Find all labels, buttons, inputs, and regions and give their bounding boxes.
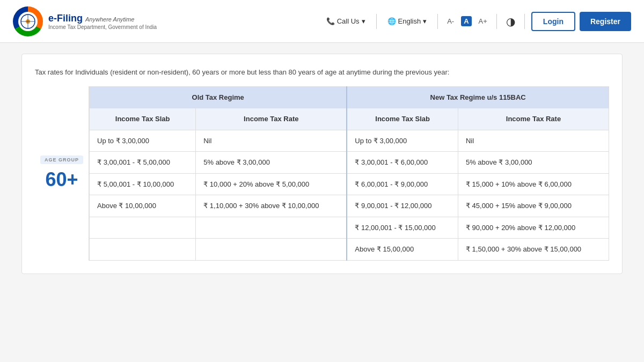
old-rate-cell: 5% above ₹ 3,00,000 [196, 152, 347, 174]
new-slab-cell: Up to ₹ 3,00,000 [347, 130, 458, 152]
tax-table: Old Tax Regime New Tax Regime u/s 115BAC… [89, 86, 609, 261]
old-slab-cell [90, 239, 196, 261]
new-rate-cell: Nil [458, 130, 609, 152]
old-rate-cell: ₹ 1,10,000 + 30% above ₹ 10,00,000 [196, 195, 347, 217]
font-increase-button[interactable]: A+ [476, 16, 490, 26]
new-slab-cell: ₹ 3,00,001 - ₹ 6,00,000 [347, 152, 458, 174]
globe-icon: 🌐 [387, 17, 396, 25]
new-rate-cell: ₹ 15,000 + 10% above ₹ 6,00,000 [458, 173, 609, 195]
call-chevron-icon: ▾ [362, 17, 365, 25]
logo-inner-circle [18, 12, 38, 31]
table-description: Tax rates for Individuals (resident or n… [35, 67, 609, 78]
old-rate-col-header: Income Tax Rate [196, 108, 347, 130]
logo-title: e-Filing Anywhere Anytime [48, 13, 157, 24]
header-controls: 📞 Call Us ▾ 🌐 English ▾ A- A A+ ◑ Login … [322, 12, 631, 31]
new-slab-cell: Above ₹ 15,00,000 [347, 239, 458, 261]
old-slab-cell [90, 217, 196, 239]
logo-area: e-Filing Anywhere Anytime Income Tax Dep… [13, 6, 157, 36]
lang-chevron-icon: ▾ [423, 17, 427, 25]
age-group-value: 60+ [45, 168, 78, 191]
divider-3 [496, 14, 497, 29]
register-button[interactable]: Register [580, 12, 631, 31]
new-rate-cell: 5% above ₹ 3,00,000 [458, 152, 609, 174]
font-decrease-button[interactable]: A- [444, 16, 457, 26]
new-slab-cell: ₹ 6,00,001 - ₹ 9,00,000 [347, 173, 458, 195]
login-button[interactable]: Login [531, 12, 575, 31]
old-rate-cell [196, 239, 347, 261]
table-row: ₹ 3,00,001 - ₹ 5,00,000 5% above ₹ 3,00,… [90, 152, 609, 174]
old-rate-cell: ₹ 10,000 + 20% above ₹ 5,00,000 [196, 173, 347, 195]
old-slab-cell: ₹ 5,00,001 - ₹ 10,00,000 [90, 173, 196, 195]
divider-1 [376, 14, 377, 29]
content-card: Tax rates for Individuals (resident or n… [21, 54, 623, 274]
phone-icon: 📞 [326, 17, 335, 25]
new-rate-cell: ₹ 45,000 + 15% above ₹ 9,00,000 [458, 195, 609, 217]
old-slab-cell: ₹ 3,00,001 - ₹ 5,00,000 [90, 152, 196, 174]
new-slab-col-header: Income Tax Slab [347, 108, 458, 130]
new-rate-col-header: Income Tax Rate [458, 108, 609, 130]
table-row: Above ₹ 15,00,000 ₹ 1,50,000 + 30% above… [90, 239, 609, 261]
call-us-button[interactable]: 📞 Call Us ▾ [322, 15, 370, 27]
tax-table-wrapper: Old Tax Regime New Tax Regime u/s 115BAC… [89, 86, 609, 261]
govt-logo [13, 6, 43, 36]
divider-4 [524, 14, 525, 29]
age-group-sidebar: AGE GROUP 60+ [35, 86, 89, 261]
new-slab-cell: ₹ 9,00,001 - ₹ 12,00,000 [347, 195, 458, 217]
language-button[interactable]: 🌐 English ▾ [383, 15, 431, 27]
table-row: ₹ 12,00,001 - ₹ 15,00,000 ₹ 90,000 + 20%… [90, 217, 609, 239]
font-normal-button[interactable]: A [461, 16, 471, 26]
logo-subtitle: Income Tax Department, Government of Ind… [48, 24, 157, 30]
table-layout: AGE GROUP 60+ Old Tax Regime New Tax Reg… [35, 86, 609, 261]
table-row: Up to ₹ 3,00,000 Nil Up to ₹ 3,00,000 Ni… [90, 130, 609, 152]
site-header: e-Filing Anywhere Anytime Income Tax Dep… [0, 0, 644, 43]
age-group-label: AGE GROUP [40, 156, 83, 164]
divider-2 [437, 14, 438, 29]
new-rate-cell: ₹ 1,50,000 + 30% above ₹ 15,00,000 [458, 239, 609, 261]
old-rate-cell: Nil [196, 130, 347, 152]
new-slab-cell: ₹ 12,00,001 - ₹ 15,00,000 [347, 217, 458, 239]
contrast-button[interactable]: ◑ [503, 14, 518, 29]
new-rate-cell: ₹ 90,000 + 20% above ₹ 12,00,000 [458, 217, 609, 239]
old-slab-cell: Above ₹ 10,00,000 [90, 195, 196, 217]
old-slab-cell: Up to ₹ 3,00,000 [90, 130, 196, 152]
old-regime-header: Old Tax Regime [90, 86, 347, 108]
new-regime-header: New Tax Regime u/s 115BAC [347, 86, 609, 108]
table-row: ₹ 5,00,001 - ₹ 10,00,000 ₹ 10,000 + 20% … [90, 173, 609, 195]
table-row: Above ₹ 10,00,000 ₹ 1,10,000 + 30% above… [90, 195, 609, 217]
logo-text: e-Filing Anywhere Anytime Income Tax Dep… [48, 13, 157, 30]
old-rate-cell [196, 217, 347, 239]
old-slab-col-header: Income Tax Slab [90, 108, 196, 130]
main-content: Tax rates for Individuals (resident or n… [0, 43, 644, 285]
